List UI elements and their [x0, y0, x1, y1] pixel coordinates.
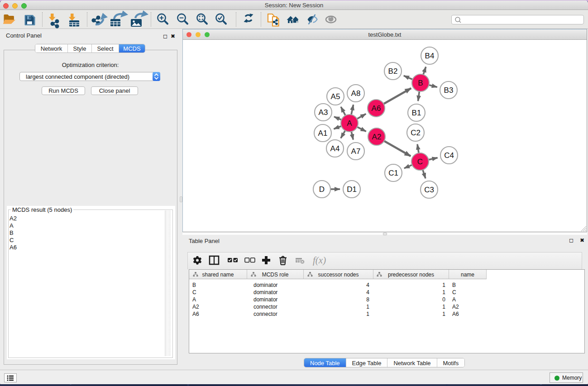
- svg-text:B4: B4: [425, 52, 435, 60]
- svg-text:C2: C2: [411, 129, 421, 137]
- svg-text:A2: A2: [372, 133, 382, 141]
- svg-text:C4: C4: [444, 151, 454, 160]
- svg-text:D1: D1: [347, 185, 357, 194]
- svg-text:B3: B3: [444, 86, 454, 95]
- svg-text:B: B: [418, 79, 423, 87]
- svg-text:A7: A7: [351, 147, 361, 156]
- svg-text:A5: A5: [331, 92, 340, 101]
- svg-text:f(x): f(x): [313, 255, 326, 266]
- svg-text:A: A: [347, 119, 352, 128]
- svg-text:C3: C3: [424, 186, 434, 194]
- svg-text:D: D: [319, 185, 325, 194]
- svg-text:A8: A8: [351, 89, 361, 98]
- svg-text:A3: A3: [319, 108, 328, 117]
- svg-text:C: C: [417, 157, 423, 166]
- svg-text:B1: B1: [412, 109, 421, 117]
- svg-text:A6: A6: [372, 104, 381, 113]
- svg-text:A1: A1: [318, 129, 328, 138]
- svg-text:A4: A4: [330, 144, 340, 153]
- svg-text:C1: C1: [388, 169, 398, 177]
- svg-text:B2: B2: [388, 67, 398, 76]
